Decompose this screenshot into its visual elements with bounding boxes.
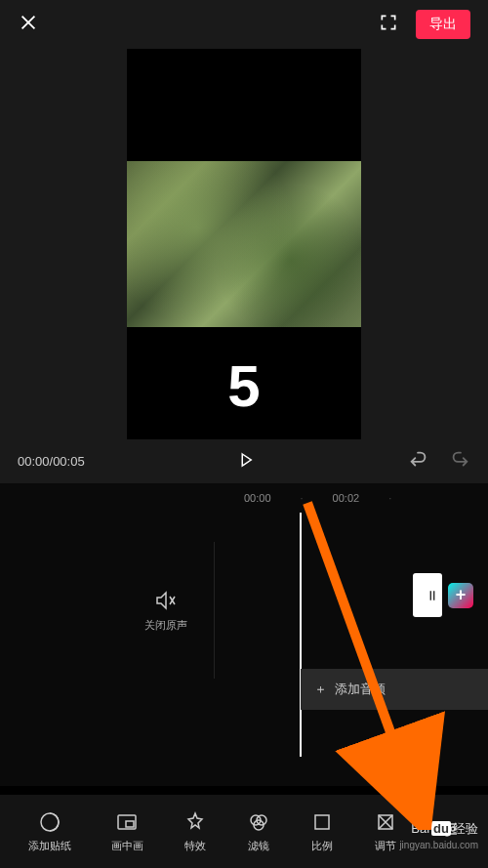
close-button[interactable] xyxy=(18,12,39,37)
tool-label: 画中画 xyxy=(111,839,143,853)
watermark: Baidu经验 jingyan.baidu.com xyxy=(399,820,478,850)
tool-label: 滤镜 xyxy=(248,839,269,853)
watermark-brand-suffix: 经验 xyxy=(453,821,478,836)
tool-pip[interactable]: 画中画 xyxy=(111,810,143,853)
watermark-brand-box: du xyxy=(431,821,451,836)
tool-label: 调节 xyxy=(375,839,396,853)
redo-button[interactable] xyxy=(449,449,470,475)
svg-rect-2 xyxy=(126,821,134,827)
tool-label: 特效 xyxy=(184,839,206,853)
mute-original-button[interactable]: 关闭原声 xyxy=(117,542,215,679)
timecode-display: 00:00/00:05 xyxy=(18,454,85,469)
add-clip-button[interactable]: + xyxy=(448,583,473,608)
tool-adjust[interactable]: 调节 xyxy=(374,810,397,853)
tool-label: 比例 xyxy=(311,839,333,853)
add-audio-track[interactable]: ＋ 添加音频 xyxy=(301,669,488,710)
fullscreen-button[interactable] xyxy=(379,13,398,36)
preview-area[interactable]: 5 xyxy=(0,49,488,439)
tool-label: 添加贴纸 xyxy=(28,839,71,853)
export-button[interactable]: 导出 xyxy=(416,10,470,39)
time-mark: 00:02 xyxy=(333,492,360,504)
plus-icon: ＋ xyxy=(314,681,327,698)
svg-rect-6 xyxy=(315,815,329,829)
watermark-brand: Bai xyxy=(411,821,429,836)
time-mark-dot: · xyxy=(301,492,304,504)
undo-button[interactable] xyxy=(408,449,429,475)
mute-label: 关闭原声 xyxy=(144,618,187,633)
tool-sticker[interactable]: 添加贴纸 xyxy=(28,810,71,853)
playhead[interactable] xyxy=(300,513,302,757)
tool-ratio[interactable]: 比例 xyxy=(310,810,334,853)
preview-thumbnail xyxy=(127,161,361,327)
time-mark-dot: · xyxy=(388,492,391,504)
time-mark: 00:00 xyxy=(244,492,271,504)
play-button[interactable] xyxy=(237,451,255,473)
clip-handle[interactable] xyxy=(413,573,442,617)
watermark-url: jingyan.baidu.com xyxy=(399,840,478,850)
add-audio-label: 添加音频 xyxy=(335,681,386,698)
tool-filter[interactable]: 滤镜 xyxy=(247,810,270,853)
tool-effects[interactable]: 特效 xyxy=(183,810,207,853)
countdown-number: 5 xyxy=(227,352,260,420)
timeline-ruler[interactable]: 00:00 · 00:02 · xyxy=(0,483,488,513)
preview-frame: 5 xyxy=(127,49,361,439)
